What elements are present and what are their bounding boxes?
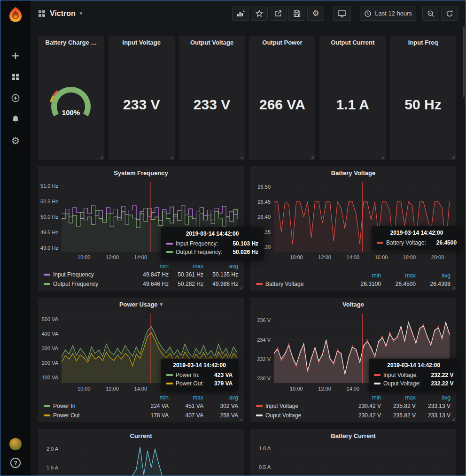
- panel-title[interactable]: Output Current: [319, 36, 386, 49]
- legend-value: 224 VA: [134, 403, 169, 409]
- sidebar-item-alerting[interactable]: [5, 111, 26, 128]
- legend-sort-max[interactable]: max: [381, 394, 416, 401]
- svg-text:232 V: 232 V: [257, 356, 271, 362]
- sidebar-item-explore[interactable]: [5, 90, 26, 107]
- zoom-out-button[interactable]: [422, 7, 439, 21]
- svg-text:300 VA: 300 VA: [42, 345, 59, 351]
- legend-sort-max[interactable]: max: [169, 394, 203, 401]
- compass-star-icon: [11, 93, 20, 103]
- panel-title[interactable]: Voltage: [250, 298, 456, 311]
- legend-row: Output Frequency49.646 Hz50.282 Hz49.986…: [44, 279, 238, 289]
- chart-row-3: Current 2.0 A1.5 A1.0 A0.5 A10:0012:0014…: [38, 429, 456, 476]
- series-color-icon: [256, 415, 263, 416]
- legend-sort-max[interactable]: max: [381, 272, 416, 279]
- sidebar-menu: ⚙: [5, 47, 26, 149]
- svg-text:230 V: 230 V: [257, 376, 271, 381]
- legend-sort-avg[interactable]: avg: [203, 263, 238, 269]
- chart-tooltip: 2019-03-14 14:42:00Input Voltage:232.22 …: [369, 359, 458, 391]
- dashboard-picker[interactable]: Victron ▾: [31, 9, 82, 18]
- svg-text:49.5 Hz: 49.5 Hz: [40, 230, 58, 235]
- star-dashboard-button[interactable]: [251, 7, 268, 21]
- legend-sort-min[interactable]: min: [346, 272, 381, 279]
- panel-title[interactable]: Power Usage ▾: [38, 298, 244, 311]
- series-color-icon: [166, 251, 173, 253]
- legend-header-row: minmaxavg: [256, 272, 450, 279]
- legend-sort-avg[interactable]: avg: [416, 272, 450, 279]
- sidebar-item-configuration[interactable]: ⚙: [5, 132, 26, 149]
- share-button[interactable]: [270, 7, 287, 21]
- panel-menu-caret-icon: ▾: [160, 301, 163, 307]
- stat-value: 233 V: [179, 49, 245, 160]
- dashboard-grid: Battery Charge … 100% Input Voltage 233 …: [31, 26, 466, 476]
- panel-title[interactable]: Input Voltage: [109, 36, 175, 49]
- legend-sort-min[interactable]: min: [134, 394, 169, 401]
- legend-series-toggle[interactable]: Power Out: [44, 412, 134, 419]
- chart-legend: minmaxavgBattery Voltage26.310026.450026…: [256, 272, 450, 289]
- chart-battery-current[interactable]: 1.0 A0.5 A0 A-0.5 A10:0012:0014:0016:001…: [250, 442, 456, 476]
- svg-text:18:00: 18:00: [403, 254, 416, 260]
- panel-title[interactable]: Current: [38, 429, 244, 442]
- tooltip-series-row: Ouput Voltage:232.22 V: [374, 379, 453, 388]
- panel-voltage: Voltage 236 V234 V232 V230 V10:0012:0014…: [250, 298, 456, 422]
- legend-value: 230.42 V: [346, 403, 381, 409]
- sidebar-bottom: ?: [9, 438, 22, 476]
- series-color-icon: [256, 405, 263, 407]
- legend-series-toggle[interactable]: Output Frequency: [44, 281, 134, 287]
- panel-title[interactable]: Output Power: [249, 36, 315, 49]
- stat-value: 50 Hz: [390, 49, 456, 160]
- time-range-button[interactable]: Last 12 hours: [360, 7, 416, 21]
- scrollbar-thumb[interactable]: [463, 27, 465, 97]
- main-area: Victron ▾: [31, 0, 466, 476]
- legend-series-toggle[interactable]: Ouput Voltage: [256, 412, 346, 419]
- help-button[interactable]: ?: [10, 458, 21, 468]
- tooltip-series-row: Battery Voltage:26.4500: [377, 238, 457, 247]
- svg-text:12:00: 12:00: [318, 254, 331, 260]
- panel-input-freq: Input Freq 50 Hz: [390, 36, 456, 160]
- legend-series-toggle[interactable]: Input Frequency: [44, 271, 134, 278]
- legend-sort-avg[interactable]: avg: [416, 394, 450, 401]
- legend-series-toggle[interactable]: Power In: [44, 403, 134, 409]
- tooltip-timestamp: 2019-03-14 14:42:00: [377, 230, 457, 236]
- chart-current[interactable]: 2.0 A1.5 A1.0 A0.5 A10:0012:0014:0016:00…: [38, 442, 244, 476]
- stat-value: 233 V: [109, 49, 175, 160]
- panel-title[interactable]: Battery Charge …: [38, 36, 104, 49]
- add-panel-icon: [236, 10, 245, 17]
- svg-text:14:00: 14:00: [347, 386, 360, 392]
- sidebar-item-dashboards[interactable]: [5, 69, 26, 85]
- zoom-out-icon: [427, 10, 435, 17]
- panel-system-frequency: System Frequency 51.0 Hz50.5 Hz50.0 Hz49…: [38, 166, 244, 291]
- legend-value: 258 VA: [203, 412, 238, 419]
- legend-sort-min[interactable]: min: [346, 394, 381, 401]
- svg-text:10:00: 10:00: [78, 386, 91, 392]
- svg-text:10:00: 10:00: [290, 386, 303, 392]
- legend-value: 230.42 V: [346, 412, 381, 419]
- add-panel-button[interactable]: [232, 7, 249, 21]
- refresh-button[interactable]: [441, 7, 458, 21]
- legend-value: 407 VA: [169, 412, 203, 419]
- series-color-icon: [377, 242, 383, 244]
- series-color-icon: [374, 374, 381, 376]
- series-color-icon: [44, 274, 50, 276]
- panel-title[interactable]: Output Voltage: [179, 36, 245, 49]
- legend-series-toggle[interactable]: Input Voltage: [256, 403, 346, 409]
- legend-row: Power In224 VA451 VA302 VA: [44, 401, 238, 411]
- legend-series-toggle[interactable]: Battery Voltage: [256, 281, 346, 287]
- dashboard-settings-button[interactable]: ⚙: [307, 7, 324, 21]
- tv-icon: [337, 9, 347, 18]
- legend-sort-min[interactable]: min: [134, 263, 169, 269]
- grafana-logo[interactable]: [0, 0, 31, 29]
- legend-sort-max[interactable]: max: [169, 263, 203, 269]
- cycle-view-button[interactable]: [333, 7, 351, 21]
- panel-title[interactable]: Input Freq: [390, 36, 456, 49]
- sidebar-item-create[interactable]: [5, 47, 26, 64]
- user-avatar[interactable]: [9, 438, 22, 450]
- legend-sort-avg[interactable]: avg: [203, 394, 238, 401]
- series-color-icon: [166, 383, 173, 384]
- scrollbar: [463, 27, 465, 475]
- panel-title[interactable]: System Frequency: [38, 166, 244, 179]
- svg-text:50.5 Hz: 50.5 Hz: [40, 199, 58, 204]
- panel-title[interactable]: Battery Voltage: [250, 166, 456, 179]
- save-dashboard-button[interactable]: [288, 7, 305, 21]
- panel-title[interactable]: Battery Current: [250, 429, 456, 442]
- grafana-flame-icon: [7, 6, 24, 23]
